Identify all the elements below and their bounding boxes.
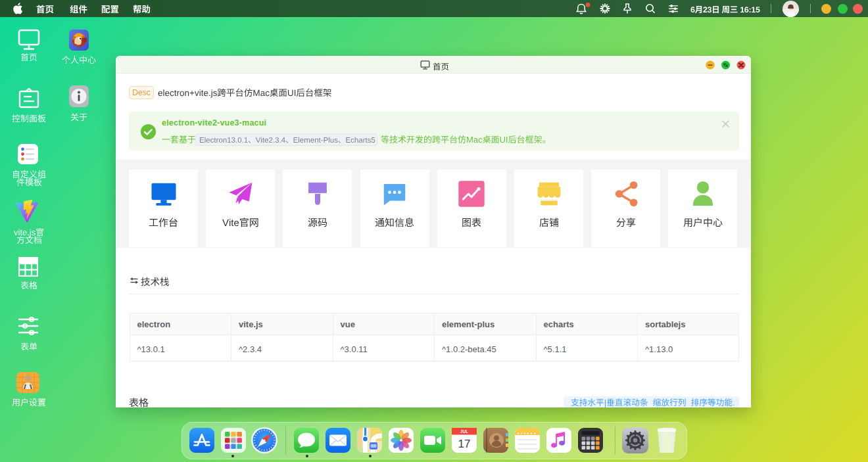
svg-text:JUL: JUL (460, 429, 468, 434)
svg-text:17: 17 (458, 438, 470, 450)
